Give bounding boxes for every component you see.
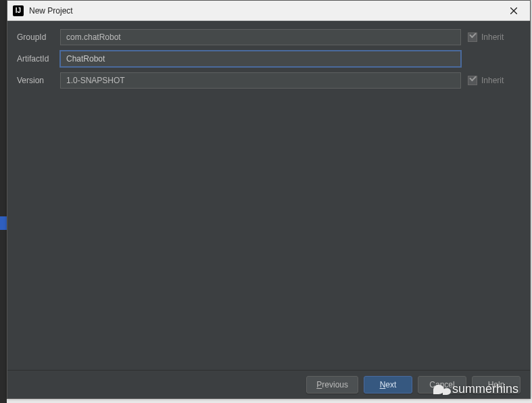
cancel-button[interactable]: Cancel	[418, 376, 466, 394]
titlebar: IJ New Project	[7, 1, 530, 21]
groupid-inherit[interactable]: Inherit	[468, 32, 521, 42]
groupid-row: GroupId Inherit	[17, 29, 521, 45]
new-project-dialog: IJ New Project GroupId Inherit ArtifactI…	[7, 0, 531, 399]
window-title: New Project	[29, 6, 73, 16]
dialog-content: GroupId Inherit ArtifactId Version Inher…	[7, 21, 530, 370]
artifactid-input[interactable]	[60, 51, 461, 67]
previous-rest: revious	[322, 380, 348, 389]
version-input[interactable]	[60, 72, 461, 89]
help-button[interactable]: Help	[472, 376, 521, 394]
version-label: Version	[17, 76, 60, 85]
artifactid-label: ArtifactId	[17, 54, 60, 64]
checkbox-icon	[468, 32, 477, 42]
groupid-label: GroupId	[17, 32, 60, 42]
app-icon: IJ	[13, 5, 24, 16]
next-button[interactable]: Next	[364, 376, 412, 394]
inherit-label: Inherit	[481, 76, 504, 85]
dialog-footer: Previous Next Cancel Help	[7, 370, 530, 398]
groupid-input[interactable]	[60, 29, 461, 45]
previous-button[interactable]: Previous	[306, 376, 358, 394]
version-row: Version Inherit	[17, 72, 521, 89]
next-rest: ext	[385, 380, 396, 389]
version-inherit[interactable]: Inherit	[468, 76, 521, 85]
inherit-label: Inherit	[481, 32, 504, 42]
close-icon	[510, 7, 517, 14]
close-button[interactable]	[500, 1, 527, 20]
checkbox-icon	[468, 76, 477, 85]
artifactid-row: ArtifactId	[17, 51, 521, 67]
